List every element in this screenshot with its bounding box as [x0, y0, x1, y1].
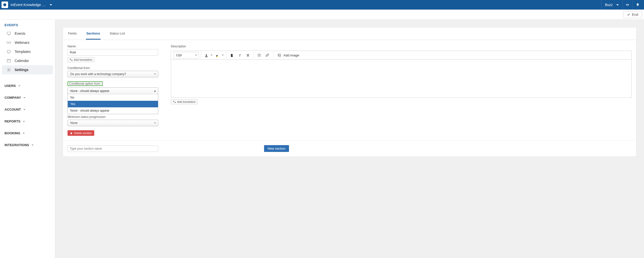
monitor-icon [7, 31, 11, 36]
min-status-label: Minimum status progression: [68, 115, 158, 119]
sidebar-group-label: INTEGRATIONS [5, 143, 29, 147]
sidebar-item-label: Webinars [15, 41, 29, 45]
svg-point-4 [8, 69, 10, 71]
description-label: Description [171, 45, 632, 48]
svg-point-13 [258, 56, 258, 56]
chevron-up-icon [154, 90, 156, 91]
sidebar-group-label: REPORTS [5, 119, 20, 123]
chevron-down-icon [23, 109, 25, 110]
gear-icon [7, 68, 11, 72]
sidebar-group-company[interactable]: COMPANY [0, 92, 55, 104]
font-size-value: 12pt [176, 53, 182, 57]
tab-sections[interactable]: Sections [86, 27, 101, 40]
name-label: Name: [68, 45, 158, 48]
app-switcher-caret[interactable] [50, 4, 52, 6]
trash-icon [70, 132, 73, 135]
svg-point-11 [258, 55, 258, 55]
tab-fields[interactable]: Fields [68, 27, 77, 40]
end-label: End [632, 13, 638, 17]
svg-rect-15 [278, 54, 281, 56]
svg-rect-8 [216, 56, 218, 57]
chevron-down-icon [616, 4, 619, 6]
end-button[interactable]: End [623, 11, 642, 18]
chevron-down-icon [154, 122, 156, 123]
conditional-option-current-value: None - should always appear [70, 89, 109, 93]
image-icon [277, 53, 281, 57]
text-color-icon [204, 53, 208, 57]
add-translation-label: Add translation [177, 100, 196, 103]
add-image-button[interactable]: Add image [275, 52, 302, 58]
delete-section-button[interactable]: Delete section [68, 130, 94, 136]
chevron-down-icon [211, 55, 213, 56]
new-section-name-input[interactable] [68, 145, 158, 152]
svg-rect-10 [259, 54, 261, 54]
link-button[interactable] [264, 52, 271, 58]
announcements-button[interactable] [622, 0, 632, 10]
sidebar-group-label: ACCOUNT [5, 108, 21, 111]
italic-button[interactable] [236, 52, 244, 58]
min-status-select[interactable]: None [68, 120, 158, 126]
text-color-button[interactable] [203, 52, 213, 58]
chevron-down-icon [195, 55, 197, 56]
svg-rect-12 [259, 55, 261, 55]
user-menu[interactable]: Buzz [601, 0, 622, 10]
sidebar-group-label: USERS [5, 84, 16, 88]
sidebar-group-label: BOOKING [5, 131, 20, 135]
chevron-down-icon [23, 97, 25, 98]
svg-point-9 [258, 54, 258, 54]
list-icon [257, 53, 261, 57]
bold-button[interactable] [228, 52, 236, 58]
sidebar-group-account[interactable]: ACCOUNT [0, 104, 55, 115]
tab-status-list[interactable]: Status List [109, 27, 125, 40]
sidebar-item-label: Templates [15, 50, 31, 54]
sidebar-item-settings[interactable]: Settings [2, 65, 53, 74]
sidebar-item-calendar[interactable]: Calendar [2, 56, 53, 65]
bullet-list-button[interactable] [255, 52, 263, 58]
sidebar-group-label: COMPANY [5, 96, 21, 100]
user-name: Buzz [605, 3, 613, 7]
sidebar-item-label: Calendar [15, 59, 29, 63]
svg-rect-7 [205, 56, 207, 57]
sidebar-group-integrations[interactable]: INTEGRATIONS [0, 139, 55, 151]
min-status-value: None [70, 121, 78, 125]
chevron-down-icon [23, 133, 25, 134]
option-yes[interactable]: Yes [68, 101, 158, 107]
description-textarea[interactable] [171, 60, 631, 98]
svg-rect-1 [7, 32, 11, 34]
option-none[interactable]: None - should always appear [68, 107, 158, 114]
sidebar-group-users[interactable]: USERS [0, 80, 55, 92]
sidebar-group-reports[interactable]: REPORTS [0, 115, 55, 127]
svg-rect-5 [70, 59, 71, 60]
notifications-button[interactable] [632, 0, 642, 10]
calendar-icon [7, 58, 11, 63]
add-image-label: Add image [283, 53, 299, 57]
bold-icon [230, 53, 234, 57]
svg-point-2 [8, 42, 10, 43]
translation-icon [70, 59, 73, 61]
option-no[interactable]: No [68, 94, 158, 101]
sidebar-item-label: Events [15, 31, 25, 36]
name-input[interactable] [68, 49, 158, 56]
sidebar-item-webinars[interactable]: Webinars [2, 38, 53, 47]
bell-icon [636, 3, 639, 7]
sidebar-item-templates[interactable]: Templates [2, 47, 53, 56]
underline-button[interactable] [244, 52, 252, 58]
app-logo [2, 2, 8, 8]
underline-icon [246, 53, 250, 57]
svg-rect-14 [259, 56, 261, 56]
sidebar-item-events[interactable]: Events [2, 29, 53, 38]
conditional-option-select[interactable]: None - should always appear No Yes None … [68, 87, 158, 114]
sidebar-group-booking[interactable]: BOOKING [0, 127, 55, 139]
new-section-button[interactable]: New section [264, 145, 289, 152]
check-icon [627, 13, 630, 16]
svg-point-0 [3, 3, 6, 6]
add-translation-button[interactable]: Add translation [68, 57, 94, 62]
font-size-select[interactable]: 12pt [174, 52, 199, 58]
palette-icon [7, 49, 11, 54]
add-translation-button-desc[interactable]: Add translation [171, 99, 198, 104]
svg-rect-17 [173, 101, 174, 102]
chevron-down-icon [31, 145, 34, 146]
conditional-from-select[interactable]: Do you work with a technology company? [68, 71, 158, 77]
conditional-option-current[interactable]: None - should always appear [68, 88, 158, 94]
highlight-color-button[interactable] [214, 52, 224, 58]
